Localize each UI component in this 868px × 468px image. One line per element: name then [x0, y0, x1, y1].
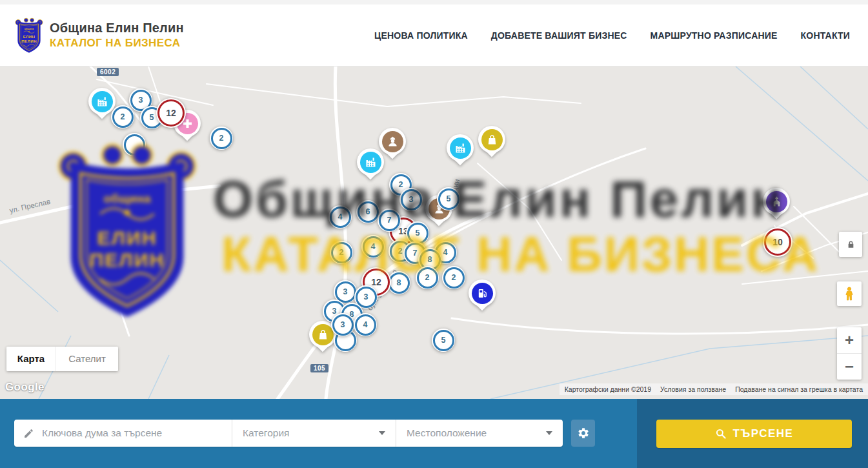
map-pin-gas[interactable]: [469, 280, 496, 314]
nav-pricing-policy[interactable]: ЦЕНОВА ПОЛИТИКА: [374, 30, 468, 41]
lock-control-button[interactable]: [839, 232, 862, 257]
map-pin-factory[interactable]: [447, 134, 474, 169]
gear-icon: [577, 427, 590, 440]
map-cluster-marker[interactable]: 4: [328, 205, 352, 229]
lock-icon: [846, 239, 856, 249]
nav-route-schedule[interactable]: МАРШРУТНО РАЗПИСАНИЕ: [651, 30, 778, 41]
zoom-out-button[interactable]: −: [837, 354, 862, 380]
keyword-input[interactable]: [41, 427, 224, 440]
nav-add-business[interactable]: ДОБАВЕТЕ ВАШИЯТ БИЗНЕС: [491, 30, 627, 41]
main-nav: ЦЕНОВА ПОЛИТИКА ДОБАВЕТЕ ВАШИЯТ БИЗНЕС М…: [374, 30, 850, 41]
map-type-map-button[interactable]: Карта: [6, 347, 56, 371]
map-type-satellite-button[interactable]: Сателит: [56, 347, 118, 371]
header: община ЕЛИН ПЕЛИН Община Елин Пелин КАТА…: [0, 5, 868, 66]
map-cluster-marker[interactable]: 2: [416, 266, 439, 289]
map-cluster-marker[interactable]: 2: [442, 266, 465, 289]
category-select[interactable]: Категория: [232, 420, 396, 447]
map-cluster-marker[interactable]: 2: [330, 241, 353, 264]
search-action-panel: ТЪРСЕНЕ: [637, 399, 868, 468]
advanced-search-button[interactable]: [571, 420, 595, 447]
street-view-pegman-button[interactable]: [837, 281, 862, 306]
map-cluster-marker[interactable]: 12: [156, 98, 186, 128]
keyword-field: [14, 420, 232, 447]
map-attribution: Картографски данни ©2019 Условия за полз…: [560, 383, 868, 395]
page: община ЕЛИН ПЕЛИН Община Елин Пелин КАТА…: [0, 0, 868, 468]
svg-text:ПЕЛИН: ПЕЛИН: [21, 39, 37, 43]
chevron-down-icon: [546, 431, 552, 435]
map-pin-bag[interactable]: [478, 126, 505, 161]
terms-link[interactable]: Условия за ползване: [660, 385, 726, 393]
map-pin-factory[interactable]: [357, 148, 384, 183]
map-cluster-marker[interactable]: 2: [210, 127, 233, 150]
attribution-copyright: Картографски данни ©2019: [565, 385, 651, 393]
map-cluster-marker[interactable]: [123, 133, 146, 156]
search-button[interactable]: ТЪРСЕНЕ: [656, 420, 852, 448]
map-type-control: Карта Сателит: [6, 347, 118, 371]
search-group: Категория Местоположение: [14, 420, 563, 447]
pegman-icon: [842, 286, 857, 301]
svg-text:община: община: [25, 28, 35, 30]
map-cluster-marker[interactable]: 4: [361, 235, 385, 258]
zoom-control: + −: [837, 327, 862, 380]
map-cluster-marker[interactable]: 2: [111, 105, 134, 128]
map-pin-church[interactable]: [763, 188, 790, 223]
chevron-down-icon: [379, 431, 385, 435]
map-markers-layer: 32512221353647542478222812333834510: [0, 66, 868, 399]
map-cluster-marker[interactable]: 5: [437, 187, 460, 210]
nav-contacts[interactable]: КОНТАКТИ: [801, 30, 850, 41]
pencil-icon: [23, 428, 34, 439]
top-strip: [0, 0, 868, 5]
map-cluster-marker[interactable]: 3: [399, 188, 423, 211]
map-cluster-marker[interactable]: 6: [356, 200, 379, 223]
map-cluster-marker[interactable]: 5: [432, 329, 455, 352]
map-cluster-marker[interactable]: 10: [763, 227, 792, 257]
municipal-crest-icon: община ЕЛИН ПЕЛИН: [14, 14, 44, 57]
site-subtitle: КАТАЛОГ НА БИЗНЕСА: [50, 37, 184, 50]
search-bar: Категория Местоположение ТЪРСЕНЕ: [0, 399, 868, 468]
map-cluster-marker[interactable]: 7: [378, 209, 401, 232]
map-cluster-marker[interactable]: 3: [331, 313, 354, 336]
svg-text:ЕЛИН: ЕЛИН: [23, 34, 35, 39]
site-title: Община Елин Пелин: [50, 21, 184, 36]
zoom-in-button[interactable]: +: [837, 327, 862, 354]
search-icon: [715, 428, 727, 440]
location-select[interactable]: Местоположение: [396, 420, 563, 447]
report-error-link[interactable]: Подаване на сигнал за грешка в картата: [735, 385, 863, 393]
google-logo: Google: [5, 381, 45, 394]
map-cluster-marker[interactable]: 4: [354, 313, 377, 336]
map-canvas[interactable]: 6002105ул. Преславбул. „Новоселции 32512…: [0, 66, 868, 399]
site-logo[interactable]: община ЕЛИН ПЕЛИН Община Елин Пелин КАТА…: [14, 14, 184, 57]
